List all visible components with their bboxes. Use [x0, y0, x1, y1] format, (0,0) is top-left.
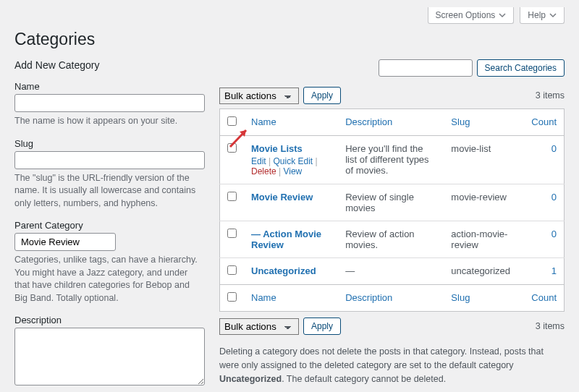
row-description: Review of action movies.	[338, 221, 444, 258]
row-count-link[interactable]: 0	[551, 143, 557, 154]
items-count-top: 3 items	[536, 90, 565, 101]
row-count-link[interactable]: 1	[551, 265, 557, 276]
row-description: Review of single movies	[338, 184, 444, 221]
row-title-link[interactable]: Uncategorized	[251, 265, 316, 276]
help-label: Help	[528, 10, 546, 20]
row-slug: movie-list	[444, 136, 524, 184]
screen-options-label: Screen Options	[436, 10, 496, 20]
table-row: Movie ListsEdit | Quick Edit | Delete | …	[220, 136, 565, 184]
table-row: Action Movie ReviewReview of action movi…	[220, 221, 565, 258]
name-label: Name	[14, 81, 205, 92]
row-slug: movie-review	[444, 184, 524, 221]
col-slug-footer[interactable]: Slug	[451, 292, 470, 303]
row-slug: action-movie-review	[444, 221, 524, 258]
select-all-top-checkbox[interactable]	[227, 116, 237, 126]
slug-hint: The "slug" is the URL-friendly version o…	[14, 172, 205, 210]
row-checkbox[interactable]	[227, 192, 237, 201]
add-new-heading: Add New Category	[14, 59, 205, 71]
page-title: Categories	[14, 30, 565, 49]
row-actions: Edit | Quick Edit | Delete | View	[251, 156, 331, 176]
row-checkbox[interactable]	[227, 229, 237, 238]
slug-input[interactable]	[14, 151, 205, 169]
deletion-note: Deleting a category does not delete the …	[219, 345, 565, 385]
row-count-link[interactable]: 0	[551, 192, 557, 203]
select-all-bottom-checkbox[interactable]	[227, 292, 237, 302]
row-title-link[interactable]: Action Movie Review	[251, 229, 321, 250]
row-delete-link[interactable]: Delete	[251, 166, 276, 176]
chevron-down-icon	[499, 12, 506, 19]
col-name-footer[interactable]: Name	[251, 292, 276, 303]
search-input[interactable]	[379, 59, 473, 77]
search-button[interactable]: Search Categories	[477, 59, 565, 77]
items-count-bottom: 3 items	[536, 321, 565, 331]
row-count-link[interactable]: 0	[551, 229, 557, 239]
help-tab[interactable]: Help	[520, 7, 565, 24]
row-quickedit-link[interactable]: Quick Edit	[273, 156, 313, 166]
col-count-header[interactable]: Count	[531, 116, 557, 127]
name-input[interactable]	[14, 94, 205, 112]
bulk-apply-top-button[interactable]: Apply	[303, 87, 341, 104]
bulk-actions-top-select[interactable]: Bulk actions	[219, 88, 299, 104]
description-textarea[interactable]	[14, 328, 205, 385]
row-description: Here you'll find the list of different t…	[338, 136, 444, 184]
row-title-link[interactable]: Movie Review	[251, 192, 313, 203]
chevron-down-icon	[549, 12, 557, 19]
table-row: Movie ReviewReview of single moviesmovie…	[220, 184, 565, 221]
slug-label: Slug	[14, 138, 205, 149]
categories-table: Name Description Slug Count Movie ListsE…	[219, 108, 565, 312]
col-count-footer[interactable]: Count	[531, 292, 557, 303]
parent-label: Parent Category	[14, 220, 205, 231]
row-checkbox[interactable]	[227, 265, 237, 275]
parent-select[interactable]: Movie Review	[14, 233, 116, 251]
description-label: Description	[14, 315, 205, 325]
screen-options-tab[interactable]: Screen Options	[428, 7, 515, 24]
row-edit-link[interactable]: Edit	[251, 156, 266, 166]
row-title-link[interactable]: Movie Lists	[251, 143, 303, 154]
row-description: —	[338, 258, 444, 285]
row-view-link[interactable]: View	[283, 166, 302, 176]
parent-hint: Categories, unlike tags, can have a hier…	[14, 254, 205, 304]
bulk-actions-bottom-select[interactable]: Bulk actions	[219, 318, 299, 335]
col-name-header[interactable]: Name	[251, 116, 276, 127]
table-row: Uncategorized—uncategorized1	[220, 258, 565, 285]
row-checkbox[interactable]	[227, 143, 237, 153]
bulk-apply-bottom-button[interactable]: Apply	[303, 318, 341, 335]
col-description-footer[interactable]: Description	[345, 292, 392, 303]
col-description-header[interactable]: Description	[345, 116, 392, 127]
row-slug: uncategorized	[444, 258, 524, 285]
name-hint: The name is how it appears on your site.	[14, 115, 205, 128]
col-slug-header[interactable]: Slug	[451, 116, 470, 127]
